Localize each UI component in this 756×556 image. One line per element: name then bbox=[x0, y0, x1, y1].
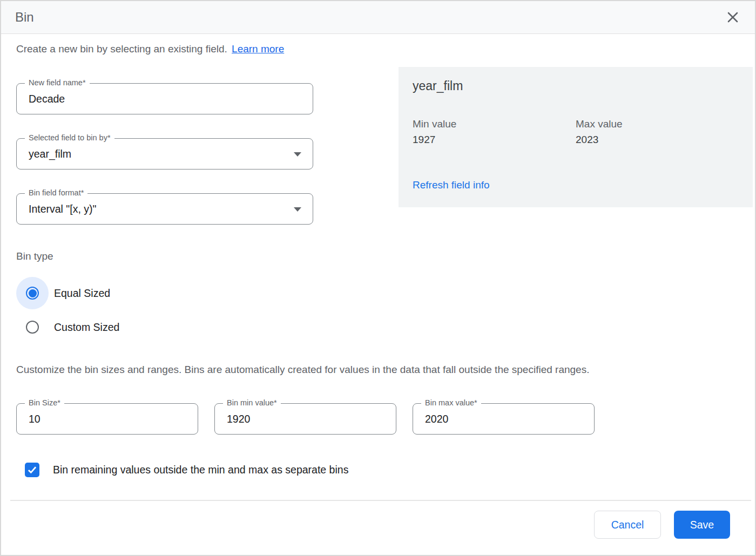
new-field-name-input[interactable] bbox=[17, 84, 313, 114]
selected-field-value: year_film bbox=[17, 139, 313, 169]
max-value-label: Max value bbox=[576, 118, 739, 130]
remaining-bins-checkbox-row[interactable]: Bin remaining values outside the min and… bbox=[16, 463, 740, 477]
radio-halo bbox=[16, 311, 49, 343]
new-field-name-field: New field name* bbox=[16, 83, 313, 114]
bin-dialog: Bin Create a new bin by selecting an exi… bbox=[0, 0, 756, 556]
bin-min-value-label: Bin min value* bbox=[223, 398, 281, 407]
bin-max-value-field: Bin max value* bbox=[413, 403, 595, 435]
cancel-button[interactable]: Cancel bbox=[594, 511, 661, 539]
selected-field-label: Selected field to bin by* bbox=[25, 133, 114, 142]
min-value: 1927 bbox=[413, 134, 576, 146]
refresh-field-info-link[interactable]: Refresh field info bbox=[413, 179, 490, 191]
max-value-stat: Max value 2023 bbox=[576, 118, 739, 146]
dialog-title: Bin bbox=[15, 10, 34, 25]
bin-min-value-input[interactable] bbox=[215, 404, 396, 434]
bin-size-label: Bin Size* bbox=[25, 398, 64, 407]
bin-range-fields-row: Bin Size* Bin min value* Bin max value* bbox=[16, 403, 740, 435]
customize-description: Customize the bin sizes and ranges. Bins… bbox=[16, 364, 740, 376]
min-value-stat: Min value 1927 bbox=[413, 118, 576, 146]
form-and-info-row: New field name* Selected field to bin by… bbox=[16, 67, 740, 225]
bin-min-value-field: Bin min value* bbox=[214, 403, 396, 435]
dialog-footer: Cancel Save bbox=[1, 511, 755, 539]
bin-max-value-input[interactable] bbox=[413, 404, 594, 434]
radio-custom-sized[interactable]: Custom Sized bbox=[16, 311, 740, 343]
bin-size-input[interactable] bbox=[17, 404, 198, 434]
dialog-header: Bin bbox=[1, 1, 755, 34]
bin-field-format-value: Interval "[x, y)" bbox=[17, 194, 313, 224]
description-text: Create a new bin by selecting an existin… bbox=[16, 43, 227, 55]
bin-max-value-label: Bin max value* bbox=[421, 398, 481, 407]
chevron-down-icon bbox=[294, 152, 301, 157]
radio-halo bbox=[16, 277, 49, 309]
radio-custom-sized-label: Custom Sized bbox=[54, 321, 119, 334]
field-info-title: year_film bbox=[413, 79, 739, 93]
dialog-description: Create a new bin by selecting an existin… bbox=[16, 43, 740, 55]
bin-field-format-label: Bin field format* bbox=[25, 188, 87, 197]
dialog-body: Create a new bin by selecting an existin… bbox=[1, 43, 755, 477]
learn-more-link[interactable]: Learn more bbox=[232, 43, 284, 55]
footer-divider bbox=[10, 500, 751, 501]
radio-selected-icon bbox=[26, 287, 39, 300]
close-button[interactable] bbox=[724, 8, 742, 26]
selected-field-dropdown[interactable]: Selected field to bin by* year_film bbox=[16, 138, 313, 169]
max-value: 2023 bbox=[576, 134, 739, 146]
radio-equal-sized-label: Equal Sized bbox=[54, 287, 110, 300]
remaining-bins-label: Bin remaining values outside the min and… bbox=[53, 464, 348, 476]
close-icon bbox=[725, 10, 740, 25]
form-fields-column: New field name* Selected field to bin by… bbox=[16, 67, 313, 225]
bin-size-field: Bin Size* bbox=[16, 403, 198, 435]
field-info-panel: year_film Min value 1927 Max value 2023 … bbox=[399, 67, 753, 207]
radio-equal-sized[interactable]: Equal Sized bbox=[16, 277, 740, 309]
radio-unselected-icon bbox=[26, 321, 39, 334]
min-value-label: Min value bbox=[413, 118, 576, 130]
check-icon bbox=[26, 464, 38, 476]
save-button[interactable]: Save bbox=[674, 511, 730, 539]
bin-field-format-dropdown[interactable]: Bin field format* Interval "[x, y)" bbox=[16, 193, 313, 225]
bin-type-label: Bin type bbox=[16, 250, 740, 262]
new-field-name-label: New field name* bbox=[25, 78, 90, 87]
remaining-bins-checkbox[interactable] bbox=[25, 463, 39, 477]
chevron-down-icon bbox=[294, 207, 301, 212]
field-info-stats: Min value 1927 Max value 2023 bbox=[413, 118, 739, 146]
